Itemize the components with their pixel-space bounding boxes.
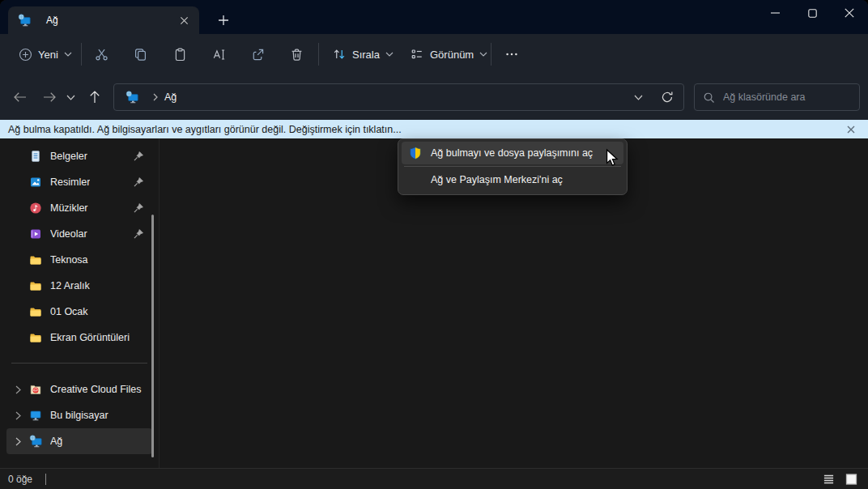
sidebar-item-belgeler[interactable]: Belgeler xyxy=(6,143,152,169)
forward-arrow-icon xyxy=(42,91,57,103)
cut-icon xyxy=(94,47,109,62)
folder-icon xyxy=(29,331,42,344)
more-options-button[interactable] xyxy=(496,40,527,68)
pin-icon xyxy=(133,228,144,240)
network-discovery-menu: Ağ bulmayı ve dosya paylaşımını aç Ağ ve… xyxy=(398,138,628,195)
tab-title: Ağ xyxy=(46,15,175,26)
pictures-icon xyxy=(29,176,42,189)
refresh-icon[interactable] xyxy=(661,91,674,104)
breadcrumb[interactable]: Ağ xyxy=(121,88,181,106)
sidebar-item-ekran-goruntuleri[interactable]: Ekran Görüntüleri xyxy=(6,325,152,351)
minimize-button[interactable] xyxy=(756,0,794,26)
sidebar-item-ag[interactable]: Ağ xyxy=(6,428,152,454)
chevron-right-icon xyxy=(15,411,21,420)
sidebar-item-label: Ağ xyxy=(50,436,62,447)
search-icon xyxy=(703,91,715,104)
sidebar-item-teknosa[interactable]: Teknosa xyxy=(6,247,152,273)
status-divider xyxy=(45,474,46,485)
sidebar-item-resimler[interactable]: Resimler xyxy=(6,169,152,195)
forward-button[interactable] xyxy=(36,83,63,111)
sidebar-item-videolar[interactable]: Videolar xyxy=(6,221,152,247)
sidebar-item-muzikler[interactable]: Müzikler xyxy=(6,195,152,221)
trash-icon xyxy=(289,47,304,62)
close-window-button[interactable] xyxy=(831,0,868,26)
back-button[interactable] xyxy=(6,83,34,111)
new-button[interactable]: Yeni xyxy=(11,40,79,68)
large-icons-view-button[interactable] xyxy=(842,471,860,487)
details-view-icon xyxy=(822,473,836,486)
window-controls xyxy=(756,0,868,26)
item-count: 0 öğe xyxy=(8,474,32,485)
back-arrow-icon xyxy=(13,91,28,103)
creative-cloud-icon xyxy=(29,383,42,396)
sort-button[interactable]: Sırala xyxy=(325,40,401,68)
up-arrow-icon xyxy=(89,90,100,104)
infobar-close-button[interactable] xyxy=(842,124,860,135)
close-icon xyxy=(845,8,854,18)
pin-icon xyxy=(133,176,144,188)
documents-icon xyxy=(29,150,42,163)
ellipsis-icon xyxy=(504,47,519,62)
minimize-icon xyxy=(771,12,780,14)
sidebar-item-bu-bilgisayar[interactable]: Bu bilgisayar xyxy=(6,402,152,428)
sidebar-separator xyxy=(11,363,147,364)
infobar-message[interactable]: Ağ bulma kapatıldı. Ağ bilgisayarları ve… xyxy=(8,124,402,135)
menu-item-open-sharing-center[interactable]: Ağ ve Paylaşım Merkezi'ni aç xyxy=(402,168,623,191)
address-bar[interactable]: Ağ xyxy=(113,83,684,111)
chevron-right-icon xyxy=(153,93,158,101)
view-toggle-group xyxy=(819,471,860,487)
chevron-down-icon xyxy=(66,95,75,100)
network-icon xyxy=(126,91,138,104)
tab-close-button[interactable] xyxy=(175,11,193,29)
sidebar-item-label: Resimler xyxy=(50,176,90,188)
copy-icon xyxy=(133,47,148,62)
view-button[interactable]: Görünüm xyxy=(402,40,495,68)
chevron-down-icon xyxy=(64,52,72,57)
search-box[interactable] xyxy=(694,83,860,111)
sidebar-item-label: Belgeler xyxy=(50,151,87,162)
menu-item-enable-discovery[interactable]: Ağ bulmayı ve dosya paylaşımını aç xyxy=(402,142,623,164)
copy-button[interactable] xyxy=(125,40,155,68)
sort-button-label: Sırala xyxy=(352,49,380,61)
rename-icon xyxy=(211,47,227,62)
details-view-button[interactable] xyxy=(819,471,837,487)
share-button[interactable] xyxy=(242,40,273,68)
sidebar-scrollbar[interactable] xyxy=(151,215,154,457)
explorer-tab[interactable]: Ağ xyxy=(8,6,199,34)
sidebar-item-creative-cloud-files[interactable]: Creative Cloud Files xyxy=(6,376,152,402)
sidebar-item-label: Teknosa xyxy=(50,254,88,266)
chevron-down-icon xyxy=(385,52,394,57)
rename-button[interactable] xyxy=(203,40,234,68)
paste-button[interactable] xyxy=(164,40,195,68)
uac-shield-icon xyxy=(409,147,422,159)
chevron-down-icon xyxy=(479,52,487,57)
search-input[interactable] xyxy=(723,91,845,103)
toolbar-separator xyxy=(318,43,319,66)
view-button-label: Görünüm xyxy=(430,49,474,61)
network-discovery-infobar[interactable]: Ağ bulma kapatıldı. Ağ bilgisayarları ve… xyxy=(0,120,868,138)
delete-button[interactable] xyxy=(281,40,312,68)
sidebar-item-label: Videolar xyxy=(50,228,87,240)
up-button[interactable] xyxy=(81,83,108,111)
close-icon xyxy=(180,16,189,25)
share-icon xyxy=(250,47,266,62)
maximize-button[interactable] xyxy=(794,0,831,26)
cut-button[interactable] xyxy=(86,40,117,68)
sidebar-item-12-aralik[interactable]: 12 Aralık xyxy=(6,273,152,299)
recent-locations-button[interactable] xyxy=(60,83,81,111)
folder-icon xyxy=(29,305,42,318)
sidebar-item-label: Ekran Görüntüleri xyxy=(50,332,130,343)
this-pc-icon xyxy=(29,409,42,422)
address-dropdown-chevron-icon[interactable] xyxy=(634,95,643,100)
folder-icon xyxy=(29,279,42,292)
breadcrumb-segment[interactable]: Ağ xyxy=(164,91,177,103)
network-icon xyxy=(18,14,31,27)
close-icon xyxy=(847,125,855,134)
toolbar-separator xyxy=(491,43,491,66)
new-tab-button[interactable] xyxy=(212,9,235,32)
menu-item-label: Ağ ve Paylaşım Merkezi'ni aç xyxy=(431,174,563,185)
menu-separator xyxy=(404,166,621,167)
sidebar-item-01-ocak[interactable]: 01 Ocak xyxy=(6,299,152,325)
new-plus-circle-icon xyxy=(19,48,32,62)
sidebar-item-label: Bu bilgisayar xyxy=(50,410,108,421)
